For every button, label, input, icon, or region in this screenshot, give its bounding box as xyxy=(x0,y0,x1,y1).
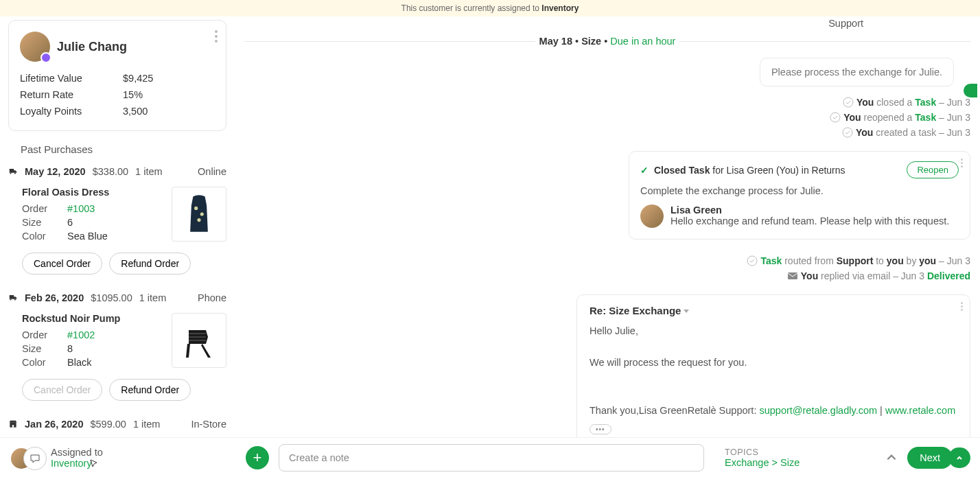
task-body: Complete the exchange process for Julie. xyxy=(640,185,959,196)
chevron-down-icon[interactable] xyxy=(684,310,689,313)
svg-rect-4 xyxy=(12,425,14,428)
size-value: 6 xyxy=(67,217,73,228)
message-text: Please process the exchange for Julie. xyxy=(771,67,942,78)
check-circle-icon xyxy=(747,255,758,266)
svg-point-7 xyxy=(843,128,852,137)
divider-topic: Size xyxy=(581,36,601,47)
purchase: May 12, 2020 $338.00 1 item Online Flora… xyxy=(8,163,226,290)
purchase-date: Jan 26, 2020 xyxy=(25,419,83,430)
avatar-badge-icon xyxy=(40,52,51,63)
comment-text: Hello exchange and refund team. Please h… xyxy=(670,216,949,226)
email-menu-icon[interactable] xyxy=(961,302,963,311)
timeline: Support May 18 • Size • Due in an hour P… xyxy=(235,16,980,477)
check-circle-icon xyxy=(830,112,841,123)
email-subject: Re: Size Exchange xyxy=(590,305,681,316)
support-email-link[interactable]: support@retale.gladly.com xyxy=(759,405,877,416)
cancel-order-button: Cancel Order xyxy=(22,379,102,401)
product-name: Rockstud Noir Pump xyxy=(22,313,172,324)
next-dropdown-button[interactable] xyxy=(948,447,970,468)
truck-icon xyxy=(8,293,18,303)
purchase-total: $599.00 xyxy=(90,419,126,430)
stat-value: $9,425 xyxy=(123,73,153,84)
svg-point-1 xyxy=(200,212,204,216)
chat-icon xyxy=(23,447,47,470)
customer-avatar xyxy=(20,32,50,62)
color-value: Black xyxy=(67,357,91,368)
svg-point-5 xyxy=(843,97,853,107)
purchase-date: Feb 26, 2020 xyxy=(25,292,84,303)
cursor-icon xyxy=(89,458,100,469)
reopen-button[interactable]: Reopen xyxy=(907,161,959,178)
store-icon xyxy=(8,419,18,429)
stat-label: Return Rate xyxy=(20,89,123,100)
purchase-items: 1 item xyxy=(139,292,167,303)
svg-rect-9 xyxy=(788,272,797,279)
svg-point-2 xyxy=(197,218,200,222)
size-label: Size xyxy=(22,217,67,228)
message-bubble: Please process the exchange for Julie. xyxy=(760,58,954,86)
refund-order-button[interactable]: Refund Order xyxy=(109,253,191,275)
stat-label: Lifetime Value xyxy=(20,73,123,84)
purchase: Feb 26, 2020 $1095.00 1 item Phone Rocks… xyxy=(8,290,226,416)
cancel-order-button[interactable]: Cancel Order xyxy=(22,253,102,275)
purchase-channel: In-Store xyxy=(191,419,226,430)
assigned-to[interactable]: Assigned to Inventory xyxy=(10,444,236,472)
task-status: Closed Task xyxy=(654,165,710,176)
purchase-date: May 12, 2020 xyxy=(25,166,86,177)
order-link[interactable]: #1002 xyxy=(67,329,95,340)
refund-order-button[interactable]: Refund Order xyxy=(109,379,191,401)
banner-team: Inventory xyxy=(541,3,579,13)
status-dot-icon xyxy=(964,84,977,97)
color-label: Color xyxy=(22,231,67,242)
product-image xyxy=(172,187,226,242)
website-link[interactable]: www.retale.com xyxy=(885,405,955,416)
color-value: Sea Blue xyxy=(67,231,108,242)
order-label: Order xyxy=(22,203,67,214)
customer-card: Julie Chang Lifetime Value$9,425 Return … xyxy=(8,20,226,131)
divider-due: Due in an hour xyxy=(610,36,675,47)
sidebar: Julie Chang Lifetime Value$9,425 Return … xyxy=(0,16,235,477)
event-list: Task routed from Support to you by you –… xyxy=(244,245,970,289)
purchase-total: $338.00 xyxy=(93,166,128,177)
email-body: Hello Julie, We will process the request… xyxy=(590,323,957,419)
purchase-channel: Online xyxy=(198,166,226,177)
customer-menu-icon[interactable] xyxy=(215,30,218,43)
assigned-label: Assigned to xyxy=(51,447,103,458)
purchase-items: 1 item xyxy=(135,166,163,177)
chevron-up-icon[interactable] xyxy=(885,452,898,464)
size-label: Size xyxy=(22,343,67,354)
date-divider: May 18 • Size • Due in an hour xyxy=(244,36,970,47)
stat-value: 15% xyxy=(123,89,143,100)
product-name: Floral Oasis Dress xyxy=(22,187,172,198)
next-button[interactable]: Next xyxy=(907,447,953,469)
purchase-total: $1095.00 xyxy=(91,292,132,303)
topics-label: TOPICS xyxy=(725,447,800,457)
divider-date: May 18 xyxy=(539,36,572,47)
truck-icon xyxy=(8,167,18,176)
add-button[interactable]: + xyxy=(246,446,269,469)
purchase-channel: Phone xyxy=(198,292,226,303)
purchase: Jan 26, 2020 $599.00 1 item In-Store xyxy=(8,416,226,438)
check-circle-icon xyxy=(843,97,854,108)
event-list: You closed a Task – Jun 3 You reopened a… xyxy=(244,86,970,146)
svg-point-0 xyxy=(194,207,198,210)
topics[interactable]: TOPICS Exchange > Size xyxy=(725,447,800,468)
svg-point-8 xyxy=(747,256,757,266)
product-image xyxy=(172,313,226,368)
assignment-banner: This customer is currently assigned to I… xyxy=(0,0,980,16)
task-menu-icon[interactable] xyxy=(961,159,963,167)
mail-icon xyxy=(787,270,798,281)
expand-quoted-icon[interactable]: ••• xyxy=(590,424,611,434)
footer: Assigned to Inventory + TOPICS Exchange … xyxy=(0,437,980,477)
task-card: ✓ Closed Task for Lisa Green (You) in Re… xyxy=(629,151,970,240)
topics-value: Exchange > Size xyxy=(725,457,800,468)
note-input[interactable] xyxy=(279,444,704,472)
stat-row: Lifetime Value$9,425 xyxy=(20,70,215,86)
email-card: Re: Size Exchange Hello Julie, We will p… xyxy=(576,294,970,445)
check-circle-icon xyxy=(842,127,853,138)
purchase-items: 1 item xyxy=(133,419,161,430)
past-purchases-title: Past Purchases xyxy=(21,143,226,155)
order-link[interactable]: #1003 xyxy=(67,203,95,214)
banner-text: This customer is currently assigned to xyxy=(401,3,542,13)
svg-point-6 xyxy=(830,113,840,122)
